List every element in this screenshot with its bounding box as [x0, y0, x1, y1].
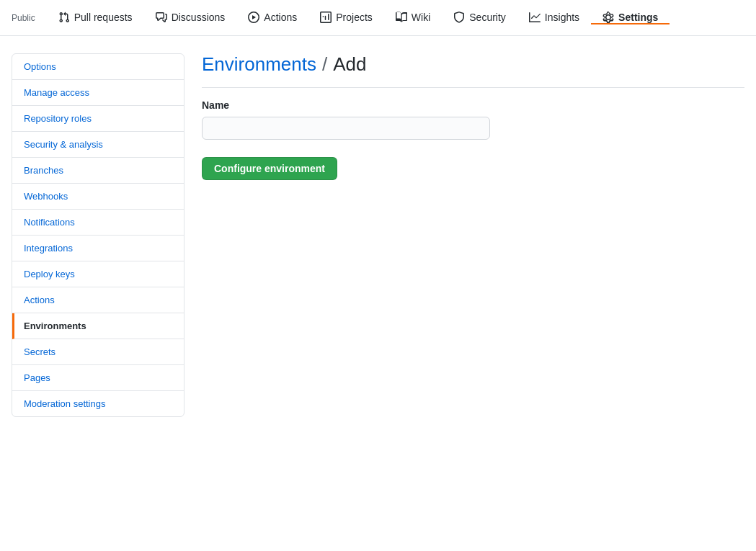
settings-icon: [602, 12, 614, 23]
configure-environment-button[interactable]: Configure environment: [202, 157, 337, 180]
tab-security-label: Security: [469, 12, 506, 23]
discussions-icon: [156, 12, 167, 23]
tab-wiki[interactable]: Wiki: [384, 12, 442, 24]
insights-icon: [529, 12, 541, 23]
sidebar-item-moderation-settings[interactable]: Moderation settings: [12, 391, 184, 416]
sidebar-item-options[interactable]: Options: [12, 54, 184, 80]
tab-wiki-label: Wiki: [412, 12, 430, 23]
breadcrumb-parent[interactable]: Environments: [202, 53, 316, 76]
main-content: Environments / Add Name Configure enviro…: [202, 53, 744, 417]
name-form-group: Name: [202, 99, 744, 140]
sidebar-item-webhooks[interactable]: Webhooks: [12, 184, 184, 210]
breadcrumb: Environments / Add: [202, 53, 744, 88]
sidebar-item-repository-roles[interactable]: Repository roles: [12, 106, 184, 132]
pr-icon: [58, 12, 70, 23]
tab-insights-label: Insights: [545, 12, 579, 23]
tab-settings-label: Settings: [618, 12, 658, 23]
top-bar: Public Pull requests Discussions: [0, 0, 756, 36]
sidebar: Options Manage access Repository roles S…: [12, 53, 184, 417]
sidebar-item-security-analysis[interactable]: Security & analysis: [12, 132, 184, 158]
tab-security[interactable]: Security: [442, 12, 517, 24]
security-icon: [453, 12, 465, 23]
top-nav: Pull requests Discussions Actions: [47, 12, 670, 24]
sidebar-item-deploy-keys[interactable]: Deploy keys: [12, 261, 184, 287]
tab-projects[interactable]: Projects: [308, 12, 384, 24]
tab-discussions[interactable]: Discussions: [144, 12, 237, 24]
tab-actions-label: Actions: [264, 12, 297, 23]
breadcrumb-separator: /: [322, 53, 327, 76]
sidebar-nav-list: Options Manage access Repository roles S…: [12, 53, 184, 417]
nav-tabs-list: Pull requests Discussions Actions: [47, 12, 670, 24]
tab-settings[interactable]: Settings: [591, 12, 670, 24]
tab-insights[interactable]: Insights: [517, 12, 591, 24]
wiki-icon: [396, 12, 407, 23]
tab-projects-label: Projects: [336, 12, 373, 23]
tab-pull-requests-label: Pull requests: [74, 12, 133, 23]
projects-icon: [320, 12, 332, 23]
page-layout: Options Manage access Repository roles S…: [0, 36, 756, 434]
actions-icon: [248, 12, 259, 23]
sidebar-item-actions[interactable]: Actions: [12, 287, 184, 313]
name-label: Name: [202, 99, 744, 111]
sidebar-item-secrets[interactable]: Secrets: [12, 339, 184, 365]
tab-actions[interactable]: Actions: [236, 12, 308, 24]
tab-pull-requests[interactable]: Pull requests: [47, 12, 144, 24]
sidebar-item-manage-access[interactable]: Manage access: [12, 80, 184, 106]
sidebar-item-integrations[interactable]: Integrations: [12, 236, 184, 261]
tab-discussions-label: Discussions: [172, 12, 226, 23]
sidebar-item-environments[interactable]: Environments: [12, 313, 184, 339]
name-input[interactable]: [202, 117, 490, 140]
sidebar-item-pages[interactable]: Pages: [12, 365, 184, 391]
sidebar-item-notifications[interactable]: Notifications: [12, 210, 184, 236]
sidebar-item-branches[interactable]: Branches: [12, 158, 184, 184]
breadcrumb-current: Add: [333, 53, 366, 76]
public-badge: Public: [12, 13, 35, 23]
